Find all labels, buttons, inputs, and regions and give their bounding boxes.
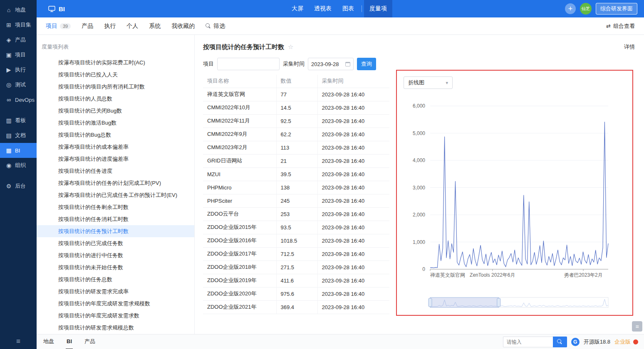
bottom-tab-product[interactable]: 产品 — [84, 334, 96, 349]
topnav-item-chart[interactable]: 图表 — [337, 0, 359, 17]
table-row[interactable]: ZDOO企业版2018年271.52023-09-28 16:40 — [203, 261, 389, 274]
avatar[interactable]: 仙芝 — [580, 3, 592, 15]
time-cell: 2023-09-28 16:40 — [317, 88, 389, 101]
project-name-cell: CMMI2022年10月 — [203, 101, 276, 114]
table-row[interactable]: CMMI2022年11月92.52023-09-28 16:40 — [203, 114, 389, 128]
table-row[interactable]: CMMI2022年9月62.22023-09-28 16:40 — [203, 128, 389, 141]
tab-label: 执行 — [104, 22, 116, 30]
topnav-item-measurement[interactable]: 度量项 — [364, 0, 392, 17]
date-picker[interactable]: 2023-09-28 — [308, 58, 354, 70]
metric-list-item[interactable]: 按瀑布项目统计的成本偏差率 — [37, 141, 194, 153]
sidebar-item-admin[interactable]: ⚙后台 — [0, 179, 37, 194]
tab-project[interactable]: 项目39 — [46, 22, 71, 30]
quick-search-button[interactable] — [553, 337, 567, 347]
execution-icon: ▶ — [5, 66, 12, 73]
value-cell: 92.5 — [276, 114, 317, 128]
chart-type-select[interactable]: 折线图 ▾ — [404, 76, 453, 89]
value-cell: 253 — [276, 207, 317, 221]
metric-list-item[interactable]: 按项目统计的研发需求完成率 — [37, 285, 194, 297]
add-button[interactable]: + — [565, 3, 576, 14]
metric-list-item[interactable]: 按项目统计的项目内所有消耗工时数 — [37, 81, 194, 93]
table-row[interactable]: ZDOO企业版2015年93.52023-09-28 16:40 — [203, 221, 389, 234]
sidebar-item-product[interactable]: ◈产品 — [0, 32, 37, 47]
metric-list-item[interactable]: 按项目统计的任务总数 — [37, 273, 194, 285]
sidebar-item-project[interactable]: ▣项目 — [0, 47, 37, 62]
sidebar-item-label: 测试 — [15, 81, 26, 88]
bottom-tab-home[interactable]: 地盘 — [42, 334, 55, 349]
tab-system[interactable]: 系统 — [149, 22, 161, 30]
metric-list-item[interactable]: 按项目统计的任务进度 — [37, 165, 194, 177]
metric-list-item[interactable]: 按项目统计的已完成任务数 — [37, 237, 194, 249]
metric-list-item[interactable]: 按项目统计的Bug总数 — [37, 129, 194, 141]
detail-link[interactable]: 详情 — [624, 43, 635, 51]
sidebar-item-home[interactable]: ⌂地盘 — [0, 2, 37, 17]
table-column: 项目 采集时间 2023-09-28 查询 项目名称数值采集时间 禅道英文版官网 — [203, 54, 389, 334]
sidebar-item-program[interactable]: ⊞项目集 — [0, 17, 37, 32]
project-name-cell: PHPSciter — [203, 194, 276, 207]
sidebar-item-qa[interactable]: ◎测试 — [0, 77, 37, 92]
bottom-tab-bi[interactable]: BI — [66, 334, 73, 349]
metric-list-item[interactable]: 按项目统计的未开始任务数 — [37, 261, 194, 273]
metric-list-item[interactable]: 按项目统计的已关闭Bug数 — [37, 105, 194, 117]
tab-favorites[interactable]: 我收藏的 — [171, 22, 195, 30]
table-row[interactable]: ZDOO企业版2019年411.62023-09-28 16:40 — [203, 274, 389, 287]
table-row[interactable]: MZUI39.52023-09-28 16:40 — [203, 167, 389, 181]
metric-list-item[interactable]: 按项目统计的研发需求规模总数 — [37, 322, 194, 334]
svg-text:ZenTools 2022年6月: ZenTools 2022年6月 — [470, 272, 515, 278]
line-chart[interactable]: 01,0002,0003,0004,0005,0006,000禅道英文版官网Ze… — [397, 71, 632, 315]
table-row[interactable]: PHPMicro1382023-09-28 16:40 — [203, 181, 389, 194]
table-row[interactable]: ZDOO云平台2532023-09-28 16:40 — [203, 207, 389, 221]
metric-list-item[interactable]: 按瀑布项目统计的已完成任务工作的预计工时(EV) — [37, 189, 194, 201]
metric-list-item[interactable]: 按瀑布项目统计的任务的计划完成工时(PV) — [37, 177, 194, 189]
metric-list-item[interactable]: 按项目统计的年度完成研发需求规模数 — [37, 297, 194, 310]
floating-widget-button[interactable]: ≡ — [632, 321, 642, 332]
table-row[interactable]: PHPSciter2452023-09-28 16:40 — [203, 194, 389, 207]
tab-product[interactable]: 产品 — [82, 22, 93, 30]
sidebar-item-devops[interactable]: ∞DevOps — [0, 92, 37, 107]
topnav-item-screen[interactable]: 大屏 — [286, 0, 309, 17]
search-icon — [557, 339, 562, 344]
topnav-item-pivot[interactable]: 透视表 — [309, 0, 337, 17]
query-button[interactable]: 查询 — [357, 58, 376, 70]
tab-filter[interactable]: 筛选 — [206, 22, 225, 30]
topnav-items: 大屏透视表图表度量项 — [286, 0, 392, 17]
time-cell: 2023-09-28 16:40 — [317, 261, 389, 274]
quick-search-input[interactable] — [503, 337, 553, 347]
sidebar-item-bi[interactable]: ▦BI — [0, 143, 37, 158]
metric-list-item[interactable]: 按项目统计的任务预计工时数 — [37, 225, 194, 237]
metric-list-item[interactable]: 按项目统计的激活Bug数 — [37, 117, 194, 129]
table-row[interactable]: 禅道英文版官网772023-09-28 16:40 — [203, 88, 389, 101]
table-row[interactable]: GRID日语网站212023-09-28 16:40 — [203, 154, 389, 167]
metric-list-item[interactable]: 按项目统计的已投入人天 — [37, 69, 194, 81]
table-row[interactable]: ZDOO企业版2016年1018.52023-09-28 16:40 — [203, 234, 389, 247]
table-row[interactable]: CMMI2023年2月1132023-09-28 16:40 — [203, 141, 389, 154]
bottom-tabs: 地盘BI产品 — [42, 334, 96, 349]
workspace-button[interactable]: 综合研发界面 — [596, 3, 637, 15]
content: 度量项列表 按瀑布项目统计的实际花费工时(AC)按项目统计的已投入人天按项目统计… — [37, 35, 644, 334]
table-row[interactable]: ZDOO企业版2021年369.42023-09-28 16:40 — [203, 300, 389, 314]
tab-personal[interactable]: 个人 — [126, 22, 138, 30]
star-icon[interactable]: ☆ — [288, 43, 293, 51]
sidebar-item-doc[interactable]: ▤文档 — [0, 128, 37, 143]
sidebar-collapse-button[interactable]: ≡ — [0, 337, 37, 346]
combine-view-button[interactable]: ⇄ 组合查看 — [606, 22, 635, 30]
sidebar-item-kanban[interactable]: ▥看板 — [0, 113, 37, 128]
edition-link[interactable]: 企业版 — [614, 338, 631, 346]
metric-list-item[interactable]: 按瀑布项目统计的实际花费工时(AC) — [37, 57, 194, 69]
metric-list-item[interactable]: 按项目统计的任务剩余工时数 — [37, 201, 194, 213]
project-filter-input[interactable] — [217, 58, 280, 70]
tab-execution[interactable]: 执行 — [104, 22, 116, 30]
metric-list-item[interactable]: 按瀑布项目统计的进度偏差率 — [37, 153, 194, 165]
table-row[interactable]: ZDOO企业版2017年712.52023-09-28 16:40 — [203, 247, 389, 261]
metric-list-item[interactable]: 按项目统计的年度完成研发需求数 — [37, 310, 194, 322]
metric-list-item[interactable]: 按项目统计的人员总数 — [37, 93, 194, 105]
sidebar-item-label: 项目集 — [15, 21, 31, 29]
metric-list-item[interactable]: 按项目统计的任务消耗工时数 — [37, 213, 194, 225]
sidebar-item-org[interactable]: ◉组织 — [0, 158, 37, 173]
sidebar-item-execution[interactable]: ▶执行 — [0, 62, 37, 77]
svg-text:勇者巴2023年2月: 勇者巴2023年2月 — [564, 272, 602, 278]
metric-list-item[interactable]: 按项目统计的进行中任务数 — [37, 249, 194, 261]
time-cell: 2023-09-28 16:40 — [317, 194, 389, 207]
table-row[interactable]: CMMI2022年10月14.52023-09-28 16:40 — [203, 101, 389, 114]
table-row[interactable]: ZDOO企业版2020年975.62023-09-28 16:40 — [203, 287, 389, 300]
